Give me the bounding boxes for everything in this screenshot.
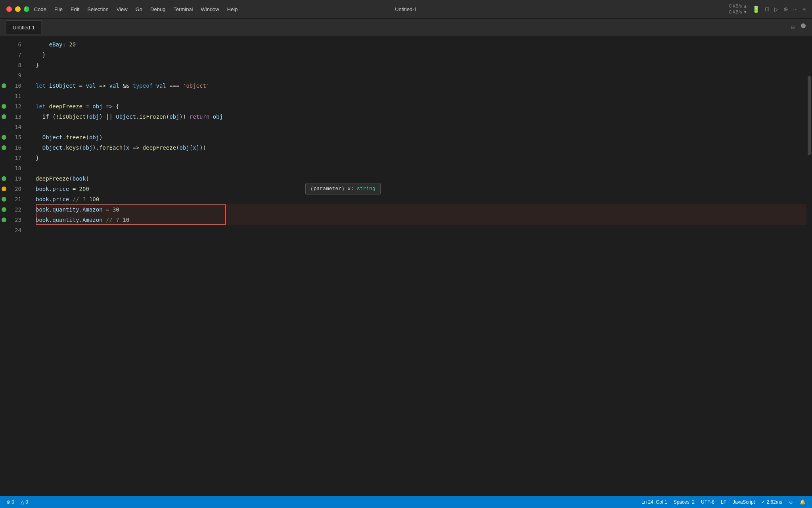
code-token: Amazon — [82, 206, 103, 213]
code-token: x — [126, 144, 129, 151]
line-number: 16 — [8, 144, 28, 151]
menu-window[interactable]: Window — [197, 0, 223, 18]
code-token: quantity — [52, 206, 79, 213]
breakpoint-dot[interactable] — [2, 187, 6, 191]
titlebar:  Code File Edit Selection View Go Debug… — [0, 0, 812, 19]
breakpoint-dot[interactable] — [2, 176, 6, 181]
line-number: 11 — [8, 93, 28, 99]
breakpoint-dot[interactable] — [2, 135, 6, 140]
gutter-row: 10 — [0, 81, 36, 91]
titlebar-right: 0 KB/s ▲0 KB/s ▼ 🔋 ⊡ ▷ ⊕ ··· ≡ — [729, 3, 806, 15]
gutter-row: 22 — [0, 204, 36, 215]
code-token: isObject — [59, 114, 86, 120]
line-ending[interactable]: LF — [721, 499, 726, 505]
gutter-row: 18 — [0, 163, 36, 173]
breakpoint-dot[interactable] — [2, 217, 6, 222]
code-token: book — [36, 186, 49, 192]
code-token: return — [190, 114, 210, 120]
code-token: ])) — [196, 144, 206, 151]
code-line: Object.freeze(obj) — [36, 132, 806, 142]
code-token — [69, 196, 72, 202]
code-token: === — [166, 83, 183, 89]
code-token: = — [76, 83, 86, 89]
error-count[interactable]: ⊗ 0 — [6, 499, 14, 505]
menu-edit[interactable]: Edit — [67, 0, 83, 18]
menu-debug[interactable]: Debug — [146, 0, 169, 18]
language-mode[interactable]: JavaScript — [733, 499, 755, 505]
code-line: let isObject = val => val && typeof val … — [36, 81, 806, 91]
gutter-row: 20 — [0, 184, 36, 194]
code-token: obj — [89, 114, 99, 120]
menu-code[interactable]: Code — [30, 0, 50, 18]
gutter-row: 12 — [0, 101, 36, 112]
apple-menu[interactable]:  — [20, 0, 30, 18]
encoding[interactable]: UTF-8 — [701, 499, 714, 505]
gutter-row: 16 — [0, 142, 36, 153]
code-line: let deepFreeze = obj => { — [36, 101, 806, 112]
menu-go[interactable]: Go — [132, 0, 146, 18]
menu-selection[interactable]: Selection — [83, 0, 112, 18]
timing[interactable]: ✓ 2.62ms — [761, 499, 782, 505]
code-token: Object — [116, 114, 136, 120]
scrollbar[interactable] — [806, 36, 812, 496]
warning-count[interactable]: △ 0 — [21, 499, 28, 505]
line-number: 12 — [8, 103, 28, 110]
code-token: } — [36, 155, 39, 161]
gutter-row: 9 — [0, 70, 36, 81]
code-token: typeof — [133, 83, 153, 89]
code-token: deepFreeze — [143, 144, 176, 151]
line-number: 13 — [8, 114, 28, 120]
code-token: = — [103, 206, 113, 213]
breakpoint-dot[interactable] — [2, 197, 6, 202]
breakpoint-col — [0, 104, 8, 109]
code-token: obj — [180, 144, 190, 151]
menu-file[interactable]: File — [50, 0, 67, 18]
code-token: Amazon — [82, 217, 103, 223]
scrollbar-thumb[interactable] — [808, 76, 811, 155]
menu-help[interactable]: Help — [223, 0, 242, 18]
code-line: } — [36, 50, 806, 60]
code-token: = — [69, 186, 79, 192]
close-button[interactable] — [6, 6, 12, 12]
gutter-row: 14 — [0, 122, 36, 132]
code-token: book — [36, 196, 49, 202]
breakpoint-dot[interactable] — [2, 145, 6, 150]
code-token: obj — [169, 114, 179, 120]
breakpoint-dot[interactable] — [2, 207, 6, 212]
code-line: if (!isObject(obj) || Object.isFrozen(ob… — [36, 112, 806, 122]
gutter-row: 6 — [0, 39, 36, 50]
gutter-row: 23 — [0, 215, 36, 225]
code-panel[interactable]: eBay: 20 }}let isObject = val => val && … — [36, 36, 806, 496]
code-token: 200 — [79, 186, 89, 192]
code-token: ) — [86, 175, 89, 182]
code-token: . — [49, 196, 52, 202]
code-line: } — [36, 60, 806, 70]
tabbar-icons: ⊟ — [791, 23, 806, 31]
code-token: freeze — [66, 134, 86, 140]
code-token: eBay — [36, 41, 62, 48]
code-token: 20 — [69, 41, 76, 48]
menu-view[interactable]: View — [113, 0, 132, 18]
code-line: } — [36, 153, 806, 163]
indentation[interactable]: Spaces: 2 — [674, 499, 695, 505]
editor-tab[interactable]: Untitled-1 — [6, 20, 42, 34]
code-token: 30 — [113, 206, 119, 213]
breakpoint-dot[interactable] — [2, 104, 6, 109]
breakpoint-col — [0, 207, 8, 212]
code-line — [36, 91, 806, 101]
code-token: . — [79, 217, 82, 223]
cursor-position[interactable]: Ln 24, Col 1 — [642, 499, 667, 505]
breakpoint-dot[interactable] — [2, 83, 6, 88]
code-token: 100 — [89, 196, 99, 202]
tabbar: Untitled-1 ⊟ — [0, 19, 812, 36]
breakpoint-col — [0, 135, 8, 140]
code-token — [36, 144, 42, 151]
list-icon: ≡ — [802, 6, 806, 12]
breakpoint-dot[interactable] — [2, 114, 6, 119]
code-line — [36, 122, 806, 132]
dot-indicator — [801, 23, 806, 28]
menu-terminal[interactable]: Terminal — [169, 0, 197, 18]
code-line: book.quantity.Amazon = 30 — [36, 204, 806, 215]
code-line — [36, 163, 806, 173]
split-editor-icon[interactable]: ⊟ — [791, 23, 795, 31]
